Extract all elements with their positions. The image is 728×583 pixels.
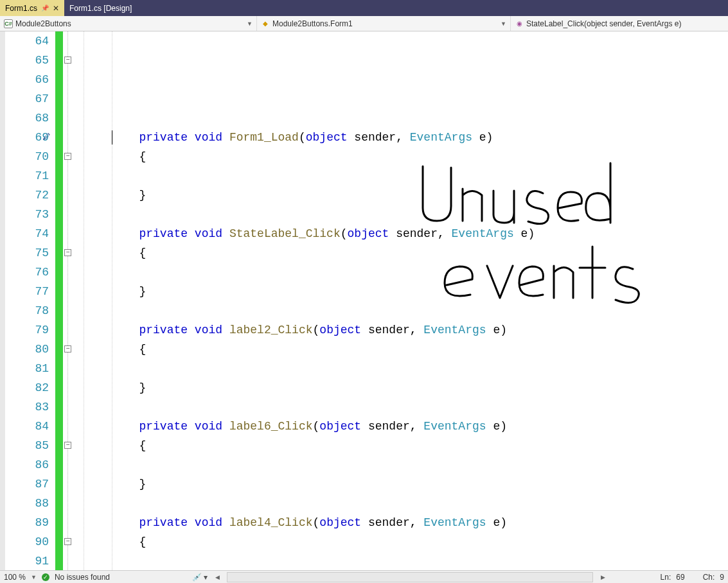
line-number: 91 <box>5 552 49 570</box>
member-label: StateLabel_Click(object sender, EventArg… <box>526 19 681 28</box>
namespace-label: Module2Buttons <box>15 19 71 28</box>
code-line[interactable]: { <box>84 243 728 263</box>
fold-toggle[interactable]: − <box>64 442 71 449</box>
line-number: 68 <box>5 109 49 128</box>
reference-icon: 🖍 <box>42 128 50 147</box>
namespace-dropdown[interactable]: C# Module2Buttons ▼ <box>0 16 257 31</box>
fold-toggle[interactable]: − <box>64 538 71 545</box>
code-line[interactable]: { <box>84 147 728 166</box>
code-line[interactable]: } <box>84 282 728 301</box>
line-number: 89 <box>5 513 49 532</box>
line-number: 71 <box>5 166 49 186</box>
code-line[interactable]: } <box>84 186 728 205</box>
code-line[interactable] <box>84 301 728 320</box>
code-line[interactable] <box>84 109 728 128</box>
line-number: 67 <box>5 89 49 109</box>
line-number-status: 69 <box>676 573 684 582</box>
code-line[interactable] <box>84 397 728 417</box>
code-line[interactable]: { <box>84 340 728 359</box>
outlining-column: −−−−−− <box>63 31 84 570</box>
tab-label: Form1.cs [Design] <box>69 4 132 13</box>
line-number: 87 <box>5 474 49 494</box>
code-line[interactable] <box>84 166 728 186</box>
line-number: 77 <box>5 282 49 301</box>
line-number: 86 <box>5 455 49 474</box>
line-number: 90 <box>5 532 49 552</box>
line-number: 81 <box>5 359 49 378</box>
code-line[interactable]: } <box>84 474 728 494</box>
line-number: 76 <box>5 263 49 282</box>
fold-toggle[interactable]: − <box>64 57 71 64</box>
tab-label: Form1.cs <box>5 4 37 13</box>
close-icon[interactable]: ✕ <box>53 4 59 13</box>
code-text-area[interactable]: private void Form1_Load(object sender, E… <box>84 31 728 570</box>
chevron-down-icon: ▼ <box>247 21 253 27</box>
line-number: 69🖍 <box>5 128 49 147</box>
col-number-status: 9 <box>720 573 724 582</box>
line-number: 70 <box>5 147 49 166</box>
scroll-right-button[interactable]: ▶ <box>598 574 607 580</box>
line-number: 75 <box>5 243 49 263</box>
line-number: 84 <box>5 417 49 436</box>
class-icon: ◆ <box>261 19 270 28</box>
code-editor[interactable]: 646566676869🖍707172737475767778798081828… <box>0 31 728 570</box>
horizontal-scrollbar[interactable] <box>227 572 593 582</box>
chevron-down-icon[interactable]: ▼ <box>31 574 37 580</box>
line-number: 79 <box>5 320 49 340</box>
class-label: Module2Buttons.Form1 <box>272 19 353 28</box>
line-number: 83 <box>5 397 49 417</box>
line-number: 88 <box>5 494 49 513</box>
zoom-level[interactable]: 100 % <box>4 573 26 582</box>
code-line[interactable]: private void Form1_Load(object sender, E… <box>84 128 728 147</box>
member-dropdown[interactable]: ◉ StateLabel_Click(object sender, EventA… <box>511 16 728 31</box>
line-number: 72 <box>5 186 49 205</box>
tab-form1-cs[interactable]: Form1.cs 📌 ✕ <box>0 0 64 16</box>
code-line[interactable]: private void label4_Click(object sender,… <box>84 513 728 532</box>
code-line[interactable]: } <box>84 378 728 397</box>
line-number: 73 <box>5 205 49 224</box>
status-ok-icon: ✓ <box>42 573 49 581</box>
pin-icon[interactable]: 📌 <box>41 4 49 12</box>
change-marker-column <box>55 31 63 570</box>
line-number: 80 <box>5 340 49 359</box>
editor-status-bar: 100 % ▼ ✓ No issues found 💉 ▾ ◀ ▶ Ln: 69… <box>0 570 728 583</box>
code-line[interactable] <box>84 263 728 282</box>
code-line[interactable] <box>84 205 728 224</box>
line-number: 78 <box>5 301 49 320</box>
indicator-margin <box>0 31 5 570</box>
method-icon: ◉ <box>515 19 524 28</box>
code-line[interactable] <box>84 359 728 378</box>
line-number-gutter: 646566676869🖍707172737475767778798081828… <box>5 31 55 570</box>
line-number: 85 <box>5 436 49 455</box>
line-label: Ln: <box>661 573 671 582</box>
fold-toggle[interactable]: − <box>64 345 71 352</box>
code-line[interactable] <box>84 494 728 513</box>
issues-text: No issues found <box>55 573 110 582</box>
code-line[interactable]: private void label2_Click(object sender,… <box>84 320 728 340</box>
code-line[interactable]: private void label6_Click(object sender,… <box>84 417 728 436</box>
code-line[interactable] <box>84 455 728 474</box>
class-dropdown[interactable]: ◆ Module2Buttons.Form1 ▼ <box>257 16 511 31</box>
line-number: 66 <box>5 70 49 89</box>
code-line[interactable]: { <box>84 436 728 455</box>
code-line[interactable]: { <box>84 532 728 552</box>
tab-form1-design[interactable]: Form1.cs [Design] <box>64 0 137 16</box>
code-navigation-bar: C# Module2Buttons ▼ ◆ Module2Buttons.For… <box>0 16 728 31</box>
line-number: 64 <box>5 31 49 51</box>
fold-toggle[interactable]: − <box>64 153 71 160</box>
code-line[interactable] <box>84 552 728 570</box>
chevron-down-icon: ▼ <box>501 21 506 27</box>
dropper-icon[interactable]: 💉 ▾ <box>192 573 208 582</box>
csharp-project-icon: C# <box>4 19 13 28</box>
line-number: 82 <box>5 378 49 397</box>
col-label: Ch: <box>703 573 715 582</box>
document-tab-strip: Form1.cs 📌 ✕ Form1.cs [Design] <box>0 0 728 16</box>
line-number: 65 <box>5 51 49 70</box>
scroll-left-button[interactable]: ◀ <box>213 574 222 580</box>
text-caret <box>112 130 112 144</box>
fold-toggle[interactable]: − <box>64 249 71 256</box>
code-line[interactable]: private void StateLabel_Click(object sen… <box>84 224 728 243</box>
line-number: 74 <box>5 224 49 243</box>
